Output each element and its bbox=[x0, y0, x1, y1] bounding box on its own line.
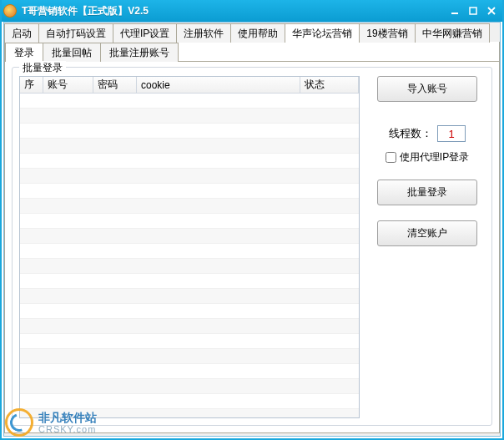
watermark-line2: CRSKY.com bbox=[38, 424, 97, 434]
table-row[interactable] bbox=[20, 364, 359, 379]
clear-accounts-button[interactable]: 清空账户 bbox=[377, 220, 477, 246]
tab-panel: 登录批量回帖批量注册账号 批量登录 序 账号 密码 cookie 状态 bbox=[4, 42, 500, 433]
tab-top-0[interactable]: 启动 bbox=[4, 23, 39, 43]
use-proxy-label: 使用代理IP登录 bbox=[400, 150, 469, 164]
tab-top-2[interactable]: 代理IP设置 bbox=[113, 23, 177, 43]
col-status[interactable]: 状态 bbox=[300, 77, 359, 93]
table-row[interactable] bbox=[20, 289, 359, 304]
table-row[interactable] bbox=[20, 94, 359, 109]
tab-top-7[interactable]: 中华网赚营销 bbox=[415, 23, 490, 43]
table-row[interactable] bbox=[20, 154, 359, 169]
col-index[interactable]: 序 bbox=[20, 77, 43, 93]
table-row[interactable] bbox=[20, 274, 359, 289]
col-account[interactable]: 账号 bbox=[43, 77, 93, 93]
maximize-button[interactable] bbox=[464, 3, 482, 18]
table-row[interactable] bbox=[20, 169, 359, 184]
table-header: 序 账号 密码 cookie 状态 bbox=[20, 77, 359, 94]
watermark-logo-icon bbox=[5, 408, 33, 437]
tab-sub-1[interactable]: 批量回帖 bbox=[43, 43, 101, 62]
table-row[interactable] bbox=[20, 124, 359, 139]
table-row[interactable] bbox=[20, 304, 359, 319]
col-cookie[interactable]: cookie bbox=[137, 77, 300, 93]
bulk-login-button[interactable]: 批量登录 bbox=[377, 180, 477, 205]
client-area: 启动自动打码设置代理IP设置注册软件使用帮助华声论坛营销19楼营销中华网赚营销 … bbox=[3, 22, 501, 437]
use-proxy-checkbox[interactable] bbox=[386, 152, 396, 163]
table-row[interactable] bbox=[20, 184, 359, 199]
table-row[interactable] bbox=[20, 259, 359, 274]
tabs-top: 启动自动打码设置代理IP设置注册软件使用帮助华声论坛营销19楼营销中华网赚营销 bbox=[4, 23, 500, 43]
table-row[interactable] bbox=[20, 214, 359, 229]
groupbox-bulk-login: 批量登录 序 账号 密码 cookie 状态 导入 bbox=[12, 67, 492, 426]
minimize-button[interactable] bbox=[446, 3, 464, 18]
titlebar: T哥营销软件【正式版】V2.5 bbox=[0, 0, 504, 22]
table-row[interactable] bbox=[20, 199, 359, 214]
table-row[interactable] bbox=[20, 244, 359, 259]
table-row[interactable] bbox=[20, 394, 359, 409]
close-button[interactable] bbox=[482, 3, 501, 18]
tab-top-1[interactable]: 自动打码设置 bbox=[38, 23, 113, 43]
tab-sub-0[interactable]: 登录 bbox=[5, 43, 43, 62]
svg-rect-1 bbox=[470, 8, 476, 14]
tab-top-5[interactable]: 华声论坛营销 bbox=[285, 23, 360, 43]
table-row[interactable] bbox=[20, 379, 359, 394]
table-body bbox=[20, 94, 359, 417]
thread-count-label: 线程数： bbox=[389, 126, 432, 141]
table-row[interactable] bbox=[20, 349, 359, 364]
table-row[interactable] bbox=[20, 139, 359, 154]
tab-top-4[interactable]: 使用帮助 bbox=[230, 23, 285, 43]
thread-count-input[interactable] bbox=[437, 125, 466, 142]
table-row[interactable] bbox=[20, 334, 359, 349]
groupbox-legend: 批量登录 bbox=[19, 61, 66, 75]
tab-top-6[interactable]: 19楼营销 bbox=[359, 23, 415, 43]
table-row[interactable] bbox=[20, 229, 359, 244]
col-password[interactable]: 密码 bbox=[93, 77, 137, 93]
app-icon bbox=[3, 4, 17, 18]
tab-sub-2[interactable]: 批量注册账号 bbox=[100, 43, 179, 62]
import-accounts-button[interactable]: 导入账号 bbox=[377, 76, 477, 102]
tab-top-3[interactable]: 注册软件 bbox=[176, 23, 231, 43]
tabs-sub: 登录批量回帖批量注册账号 bbox=[5, 42, 499, 62]
table-row[interactable] bbox=[20, 109, 359, 124]
table-row[interactable] bbox=[20, 319, 359, 334]
watermark: 非凡软件站 CRSKY.com bbox=[5, 408, 97, 437]
window-title: T哥营销软件【正式版】V2.5 bbox=[22, 4, 446, 18]
accounts-table[interactable]: 序 账号 密码 cookie 状态 bbox=[19, 76, 360, 418]
